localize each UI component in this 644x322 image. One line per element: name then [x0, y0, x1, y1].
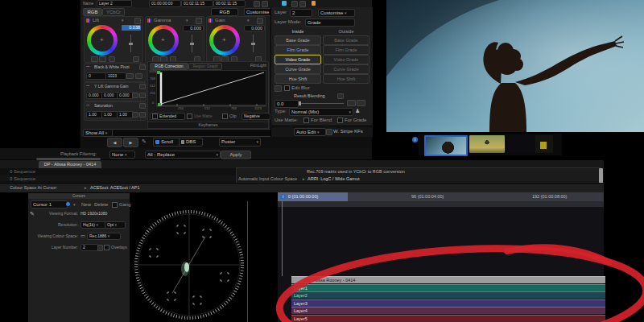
wheel-value-field[interactable]: 0.000 — [244, 25, 265, 31]
grade-button-video-inside[interactable]: Video Grade — [275, 55, 321, 64]
type-dropdown[interactable]: Normal (Mix) ▾ — [289, 108, 353, 116]
grade-button-base-inside[interactable]: Base Grade — [275, 35, 321, 45]
dots-icon[interactable]: ••• — [86, 84, 89, 88]
timeline-track-layer3[interactable]: Layer3 — [291, 299, 605, 307]
timecode-field-3[interactable]: 00:02:11:15 — [213, 0, 246, 7]
poster-dropdown[interactable]: Poster ▾ — [219, 138, 261, 147]
cursor-space-value[interactable]: ACEScct: ACEScct / AP1 — [90, 185, 139, 190]
timecode-field-2[interactable]: 01:02:11:15 — [181, 0, 213, 7]
timeline-track-layer5[interactable]: Layer5 — [291, 315, 605, 322]
wheel-menu-icon[interactable] — [196, 18, 202, 24]
timecode-field-1[interactable]: 01:00:00:00 — [149, 0, 181, 7]
keyframe-icon[interactable] — [139, 112, 146, 118]
negative-dropdown[interactable]: Negative — [242, 113, 270, 120]
wheel-value-field[interactable]: 0.038 — [122, 25, 141, 31]
keyframe-icon[interactable] — [135, 73, 142, 79]
info-icon[interactable]: i — [412, 137, 418, 142]
cache-indicator-icon[interactable] — [282, 1, 287, 6]
tab-rgb[interactable]: RGB — [83, 8, 102, 16]
overlays-toggle[interactable]: Overlays — [104, 245, 127, 250]
grade-button-video-outside[interactable]: Video Grade — [323, 55, 369, 64]
timeline-track-layer4[interactable]: Layer4 — [291, 307, 605, 314]
blend-option-icon[interactable] — [357, 100, 365, 106]
toolbar-icon[interactable] — [299, 1, 306, 7]
param-label[interactable]: Black & White Pivot — [94, 64, 130, 69]
thumbnail-selected[interactable] — [424, 135, 468, 156]
auto-edit-dropdown[interactable]: Auto Edit ▾ — [294, 128, 326, 136]
result-blending-menu-icon[interactable] — [337, 93, 344, 99]
delete-cursor-button[interactable]: Delete — [94, 202, 108, 207]
wheel-label[interactable]: Gain — [215, 18, 225, 23]
param-value-field[interactable]: 0 — [86, 72, 107, 80]
scroll-toggle[interactable]: Scroll — [153, 138, 180, 147]
viewer-image[interactable] — [386, 0, 644, 132]
playback-filtering-dropdown[interactable]: None ▾ — [109, 151, 135, 159]
grade-button-film-inside[interactable]: Film Grade — [275, 45, 321, 55]
edit-blur-toggle[interactable]: Edit Blur — [284, 85, 310, 91]
link-icon[interactable] — [132, 112, 138, 118]
param-menu-icon[interactable] — [139, 84, 146, 89]
resolution-dropdown[interactable]: Hq(1k) ▾ — [80, 221, 106, 229]
timeline-track-layer1[interactable]: Layer1 — [291, 284, 605, 291]
param-menu-icon[interactable] — [139, 64, 146, 70]
alert-icon[interactable] — [312, 1, 316, 6]
wheel-menu-icon[interactable] — [134, 18, 141, 24]
dots-icon[interactable]: ••• — [86, 64, 89, 68]
param-label[interactable]: Y Lift Gamma Gain — [94, 84, 128, 89]
toolbar-icon[interactable] — [254, 1, 260, 7]
for-blend-toggle[interactable]: For Blend — [303, 118, 332, 123]
next-frame-button[interactable]: ▶ — [123, 138, 138, 147]
toolbar-icon[interactable] — [291, 1, 298, 7]
keyframe-icon[interactable] — [133, 56, 139, 62]
link-icon[interactable] — [132, 93, 138, 98]
blend-value-field[interactable]: 0.0 — [275, 100, 299, 108]
layer-number-field[interactable]: 2 — [290, 9, 312, 17]
param-value-field[interactable]: 1023 — [105, 72, 126, 80]
grade-mode-field[interactable]: RGB — [211, 8, 238, 16]
use-matte-toggle[interactable]: Use Matte — [187, 114, 213, 119]
dbs-toggle[interactable]: DBS — [179, 138, 203, 147]
layer-mode-field[interactable]: Grade — [305, 19, 355, 27]
grade-button-hueshift-outside[interactable]: Hue Shift — [323, 74, 369, 84]
keyframe-icon[interactable] — [139, 93, 146, 98]
thumbnail[interactable] — [508, 135, 553, 153]
wheel-luma-slider[interactable] — [253, 35, 254, 52]
sequence-tab[interactable]: DP - Alissa Rooney - 0414 — [39, 161, 101, 168]
blend-option-icon[interactable] — [347, 100, 356, 106]
apply-button[interactable]: Apply — [221, 151, 251, 159]
blend-slider[interactable] — [299, 103, 344, 104]
curve-graph[interactable] — [156, 70, 266, 107]
grade-button-hueshift-inside[interactable]: Hue Shift — [275, 74, 321, 84]
wheel-label[interactable]: Lift — [93, 18, 99, 23]
info-icon[interactable]: i — [280, 194, 286, 200]
viewing-colourspace-dropdown[interactable]: Rec.1886 ▾ — [87, 233, 121, 240]
vectorscope[interactable] — [129, 206, 250, 322]
show-all-dropdown[interactable]: Show All ▾ — [83, 129, 114, 137]
blur-icon[interactable] — [275, 85, 282, 92]
reset-icon[interactable] — [99, 56, 106, 62]
wheel-label[interactable]: Gamma — [154, 18, 171, 23]
stripe-kfs-button[interactable]: W. Stripe KFs — [333, 129, 363, 134]
timeline-track-layer2[interactable]: Layer2 — [291, 291, 605, 299]
keyframe-icon[interactable] — [109, 56, 115, 62]
clip-toggle[interactable]: Clip — [222, 114, 237, 119]
playhead-line[interactable] — [282, 201, 283, 276]
grade-customise-dropdown[interactable]: Customise ▾ — [244, 8, 273, 16]
filter-input[interactable] — [112, 129, 271, 137]
reset-icon[interactable] — [91, 56, 98, 62]
param-menu-icon[interactable] — [139, 103, 146, 109]
tab-region-graph[interactable]: Region Graph — [188, 63, 222, 70]
timeline-track-sequence[interactable]: DP - Alissa Rooney - 0414 — [291, 276, 605, 283]
grade-button-curve-inside[interactable]: Curve Grade — [275, 64, 321, 74]
grade-button-film-outside[interactable]: Film Grade — [323, 45, 369, 55]
grade-button-base-outside[interactable]: Base Grade — [323, 35, 369, 45]
tool-icon[interactable]: ✎ — [142, 138, 147, 145]
trash-icon[interactable] — [97, 245, 103, 251]
wheel-value-field[interactable]: 0.000 — [183, 25, 204, 31]
layer-name-field[interactable]: Layer 2 — [97, 0, 132, 7]
grade-button-curve-outside[interactable]: Curve Grade — [323, 64, 369, 74]
prev-frame-button[interactable]: ◀ — [107, 138, 122, 147]
opt-dropdown[interactable]: Opt ▾ — [105, 221, 126, 229]
layer-customise-dropdown[interactable]: Customise ▾ — [318, 9, 355, 17]
thumbnail[interactable] — [469, 135, 505, 153]
